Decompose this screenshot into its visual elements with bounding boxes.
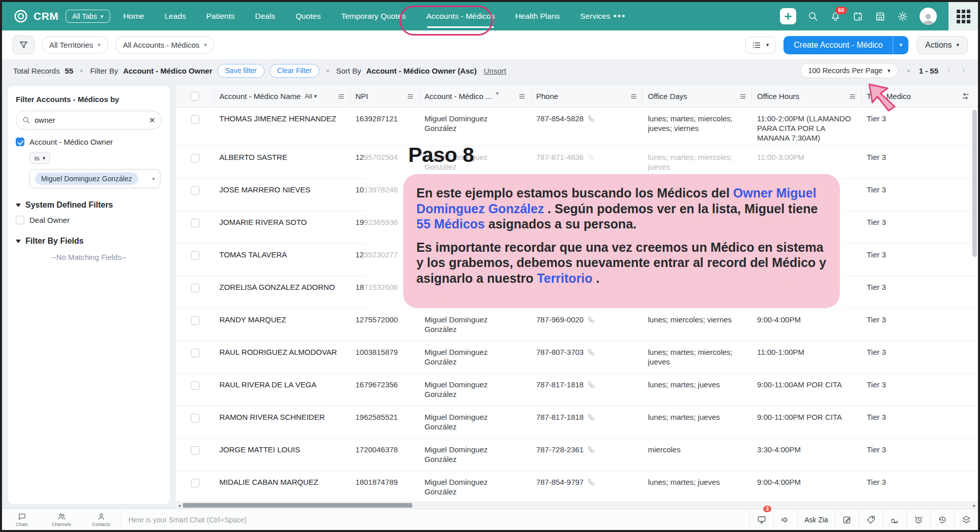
compose-button[interactable] — [835, 509, 859, 530]
table-row[interactable]: MIDALIE CABAN MARQUEZ 1801874789 Miguel … — [176, 471, 978, 504]
phone-icon[interactable] — [587, 478, 595, 486]
table-row[interactable]: ALBERTO SASTRE 1295702504 Miguel Domingu… — [176, 146, 978, 179]
announcements-button[interactable] — [773, 509, 797, 530]
nav-tab[interactable]: Services — [580, 2, 610, 30]
clear-search-icon[interactable]: ✕ — [149, 116, 155, 125]
row-checkbox[interactable] — [191, 251, 200, 260]
cell-account-name[interactable]: RAUL RIVERA DE LA VEGA — [214, 374, 350, 393]
zia-button[interactable] — [883, 509, 906, 530]
display-mode-toggle[interactable]: ▾ — [745, 37, 776, 54]
phone-icon[interactable] — [587, 413, 595, 421]
operator-dropdown[interactable]: is ▾ — [29, 152, 50, 164]
scrollbar-thumb[interactable] — [183, 503, 412, 508]
column-menu-icon[interactable] — [630, 93, 637, 100]
table-row[interactable]: JORGE MATTEI LOUIS 1720046378 Miguel Dom… — [176, 439, 978, 471]
header-name[interactable]: Account - Médico Name All▾ — [214, 85, 350, 107]
phone-icon[interactable] — [587, 186, 595, 193]
app-switcher-grid-icon[interactable] — [949, 2, 978, 30]
create-split-arrow[interactable]: ▾ — [893, 36, 908, 54]
table-row[interactable]: RAUL RIVERA DE LA VEGA 1679672356 Miguel… — [176, 374, 978, 406]
phone-icon[interactable] — [587, 348, 595, 356]
phone-icon[interactable] — [587, 381, 595, 388]
column-menu-icon[interactable] — [338, 93, 345, 100]
quick-create-button[interactable]: + — [780, 8, 796, 24]
filter-by-fields-section[interactable]: Filter By Fields — [16, 237, 162, 246]
cell-account-name[interactable]: ALBERTO SASTRE — [214, 146, 350, 165]
actions-dropdown[interactable]: Actions ▾ — [917, 36, 968, 54]
chats-button[interactable]: Chats — [2, 509, 42, 530]
cell-account-name[interactable]: TOMAS TALAVERA — [214, 244, 350, 263]
all-tabs-dropdown[interactable]: All Tabs ▾ — [66, 10, 110, 23]
unsort-link[interactable]: Unsort — [484, 66, 506, 75]
cell-account-name[interactable]: RAMON RIVERA SCHNEIDER — [214, 406, 350, 425]
column-menu-icon[interactable] — [849, 93, 856, 100]
name-scope-dropdown[interactable]: All▾ — [305, 92, 317, 100]
reminders-button[interactable] — [906, 509, 930, 530]
cell-account-name[interactable]: JOMARIE RIVERA SOTO — [214, 211, 350, 230]
nav-tab[interactable]: Deals — [255, 2, 275, 30]
nav-tab[interactable]: Accounts - Médicos — [426, 2, 495, 30]
cell-account-name[interactable]: JORGE MATTEI LOUIS — [214, 439, 350, 458]
row-checkbox[interactable] — [191, 479, 200, 487]
cell-account-name[interactable]: ZORELISA GONZALEZ ADORNO — [214, 276, 350, 295]
owner-filter-checkbox[interactable] — [16, 138, 24, 146]
nav-tab[interactable]: Home — [123, 2, 144, 30]
row-checkbox[interactable] — [191, 316, 200, 325]
header-tier[interactable]: Tier - Medico — [862, 85, 978, 107]
row-checkbox[interactable] — [191, 154, 200, 162]
calendar-icon[interactable] — [853, 11, 863, 22]
ask-zia-button[interactable]: Ask Zia — [797, 509, 835, 530]
cell-account-name[interactable]: RAUL RODRIGUEZ ALMODOVAR — [214, 341, 350, 360]
clear-filter-button[interactable]: Clear Filter — [270, 64, 319, 78]
phone-icon[interactable] — [587, 115, 595, 122]
scroll-right-arrow[interactable]: ▸ — [971, 503, 978, 508]
cell-account-name[interactable]: THOMAS JIMENEZ HERNANDEZ — [214, 108, 350, 127]
nav-tab[interactable]: Leads — [165, 2, 186, 30]
horizontal-scrollbar[interactable]: ◂ ▸ — [176, 502, 978, 509]
table-row[interactable]: JOSE MARRERO NIEVES 1013978246 Miguel Do… — [176, 179, 978, 211]
row-checkbox[interactable] — [191, 381, 200, 390]
history-button[interactable] — [930, 509, 954, 530]
smart-chat-input[interactable] — [128, 516, 742, 524]
prev-page-button[interactable] — [945, 67, 953, 74]
records-per-page-dropdown[interactable]: 100 Records Per Page ▾ — [800, 63, 898, 78]
marketplace-icon[interactable] — [875, 11, 886, 22]
more-tabs-button[interactable]: ••• — [613, 11, 626, 22]
table-row[interactable]: ZORELISA GONZALEZ ADORNO 1871532606 Migu… — [176, 276, 978, 309]
next-page-button[interactable] — [960, 67, 967, 74]
row-checkbox[interactable] — [191, 446, 200, 455]
header-npi[interactable]: NPI — [350, 85, 419, 107]
contacts-button[interactable]: Contacts — [81, 509, 121, 530]
search-icon[interactable] — [808, 11, 819, 22]
user-avatar[interactable] — [920, 8, 937, 25]
row-checkbox[interactable] — [191, 115, 200, 124]
phone-icon[interactable] — [587, 316, 595, 323]
row-checkbox[interactable] — [191, 349, 200, 357]
header-office-hours[interactable]: Office Hours — [752, 85, 862, 107]
table-row[interactable]: RAMON RIVERA SCHNEIDER 1962585521 Miguel… — [176, 406, 978, 439]
row-checkbox[interactable] — [191, 186, 200, 195]
sidebar-search-input[interactable] — [35, 116, 145, 124]
nav-tab[interactable]: Patients — [206, 2, 235, 30]
column-menu-icon[interactable] — [518, 93, 526, 100]
scroll-left-arrow[interactable]: ◂ — [176, 503, 183, 508]
deal-owner-checkbox[interactable] — [16, 216, 24, 224]
cell-account-name[interactable]: RANDY MARQUEZ — [214, 309, 350, 328]
table-row[interactable]: TOMAS TALAVERA 1235230277 Miguel Domingu… — [176, 244, 978, 276]
nav-tab[interactable]: Health Plans — [515, 2, 560, 30]
nav-tab[interactable]: Temporary Quotes — [341, 2, 406, 30]
screen-share-button[interactable]: 3 — [749, 509, 773, 530]
row-checkbox[interactable] — [191, 284, 200, 292]
tags-button[interactable] — [859, 509, 883, 530]
phone-icon[interactable] — [587, 218, 595, 226]
row-checkbox[interactable] — [191, 414, 200, 422]
phone-icon[interactable] — [587, 446, 595, 453]
phone-icon[interactable] — [587, 283, 595, 291]
list-view-dropdown[interactable]: All Accounts - Médicos ▾ — [115, 36, 214, 54]
select-all-checkbox[interactable] — [190, 92, 199, 101]
cell-account-name[interactable]: JOSE MARRERO NIEVES — [214, 179, 350, 198]
territories-dropdown[interactable]: All Territories ▾ — [42, 36, 108, 54]
phone-icon[interactable] — [587, 251, 595, 258]
table-row[interactable]: RANDY MARQUEZ 1275572000 Miguel Domingue… — [176, 309, 978, 341]
notifications-bell-icon[interactable]: 60 — [830, 11, 841, 22]
